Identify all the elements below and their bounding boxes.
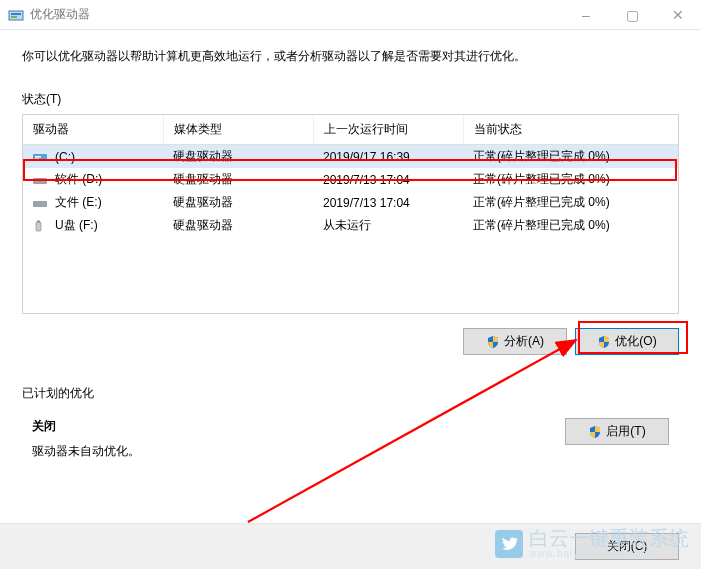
- svg-point-9: [43, 203, 45, 205]
- schedule-desc: 驱动器未自动优化。: [32, 444, 140, 458]
- analyze-label: 分析(A): [504, 333, 544, 350]
- drive-name: (C:): [55, 150, 75, 164]
- optimize-label: 优化(O): [615, 333, 656, 350]
- optimize-button[interactable]: 优化(O): [575, 328, 679, 355]
- drive-status: 正常(碎片整理已完成 0%): [463, 191, 678, 214]
- content-area: 你可以优化驱动器以帮助计算机更高效地运行，或者分析驱动器以了解是否需要对其进行优…: [0, 30, 701, 472]
- col-drive[interactable]: 驱动器: [23, 115, 163, 145]
- bottom-bar: 关闭(C): [0, 523, 701, 569]
- drive-lastrun: 2019/7/13 17:04: [313, 191, 463, 214]
- table-row[interactable]: U盘 (F:) 硬盘驱动器 从未运行 正常(碎片整理已完成 0%): [23, 214, 678, 237]
- window-title: 优化驱动器: [30, 6, 563, 23]
- svg-rect-4: [35, 156, 41, 158]
- shield-icon: [597, 335, 611, 349]
- drive-lastrun: 2019/9/17 16:39: [313, 145, 463, 169]
- table-row[interactable]: (C:) 硬盘驱动器 2019/9/17 16:39 正常(碎片整理已完成 0%…: [23, 145, 678, 169]
- close-label: 关闭(C): [607, 538, 648, 555]
- drive-status: 正常(碎片整理已完成 0%): [463, 214, 678, 237]
- svg-point-7: [43, 180, 45, 182]
- schedule-section: 已计划的优化 关闭 驱动器未自动优化。 启用(T): [22, 385, 679, 460]
- drive-media: 硬盘驱动器: [163, 191, 313, 214]
- drive-media: 硬盘驱动器: [163, 168, 313, 191]
- svg-rect-10: [36, 222, 41, 231]
- drive-c-icon: [33, 151, 49, 163]
- drive-lastrun: 2019/7/13 17:04: [313, 168, 463, 191]
- hdd-icon: [33, 197, 49, 209]
- hdd-icon: [33, 174, 49, 186]
- analyze-button[interactable]: 分析(A): [463, 328, 567, 355]
- drive-name: 文件 (E:): [55, 194, 102, 211]
- schedule-label: 已计划的优化: [22, 385, 679, 402]
- usb-icon: [33, 220, 49, 232]
- close-button[interactable]: 关闭(C): [575, 533, 679, 560]
- drive-lastrun: 从未运行: [313, 214, 463, 237]
- svg-rect-0: [9, 11, 23, 20]
- titlebar: 优化驱动器 – ▢ ✕: [0, 0, 701, 30]
- app-icon: [8, 7, 24, 23]
- close-window-button[interactable]: ✕: [655, 0, 701, 29]
- col-status[interactable]: 当前状态: [463, 115, 678, 145]
- svg-rect-11: [37, 220, 40, 222]
- enable-schedule-button[interactable]: 启用(T): [565, 418, 669, 445]
- table-header-row: 驱动器 媒体类型 上一次运行时间 当前状态: [23, 115, 678, 145]
- drive-status: 正常(碎片整理已完成 0%): [463, 145, 678, 169]
- svg-rect-2: [11, 16, 17, 18]
- shield-icon: [588, 425, 602, 439]
- enable-label: 启用(T): [606, 423, 645, 440]
- maximize-button[interactable]: ▢: [609, 0, 655, 29]
- shield-icon: [486, 335, 500, 349]
- drive-media: 硬盘驱动器: [163, 145, 313, 169]
- table-row[interactable]: 软件 (D:) 硬盘驱动器 2019/7/13 17:04 正常(碎片整理已完成…: [23, 168, 678, 191]
- status-label: 状态(T): [22, 91, 679, 108]
- drive-name: 软件 (D:): [55, 171, 102, 188]
- table-row[interactable]: 文件 (E:) 硬盘驱动器 2019/7/13 17:04 正常(碎片整理已完成…: [23, 191, 678, 214]
- intro-text: 你可以优化驱动器以帮助计算机更高效地运行，或者分析驱动器以了解是否需要对其进行优…: [22, 48, 679, 65]
- drive-name: U盘 (F:): [55, 217, 98, 234]
- svg-rect-5: [35, 158, 39, 160]
- drive-panel: 驱动器 媒体类型 上一次运行时间 当前状态 (C:) 硬盘驱动器 2019/9/…: [22, 114, 679, 314]
- svg-rect-1: [11, 13, 21, 15]
- drive-table: 驱动器 媒体类型 上一次运行时间 当前状态 (C:) 硬盘驱动器 2019/9/…: [23, 115, 678, 237]
- schedule-state: 关闭: [32, 418, 565, 435]
- window-controls: – ▢ ✕: [563, 0, 701, 29]
- schedule-text: 关闭 驱动器未自动优化。: [32, 418, 565, 460]
- minimize-button[interactable]: –: [563, 0, 609, 29]
- col-lastrun[interactable]: 上一次运行时间: [313, 115, 463, 145]
- drive-status: 正常(碎片整理已完成 0%): [463, 168, 678, 191]
- col-media[interactable]: 媒体类型: [163, 115, 313, 145]
- action-row: 分析(A) 优化(O): [22, 328, 679, 355]
- drive-media: 硬盘驱动器: [163, 214, 313, 237]
